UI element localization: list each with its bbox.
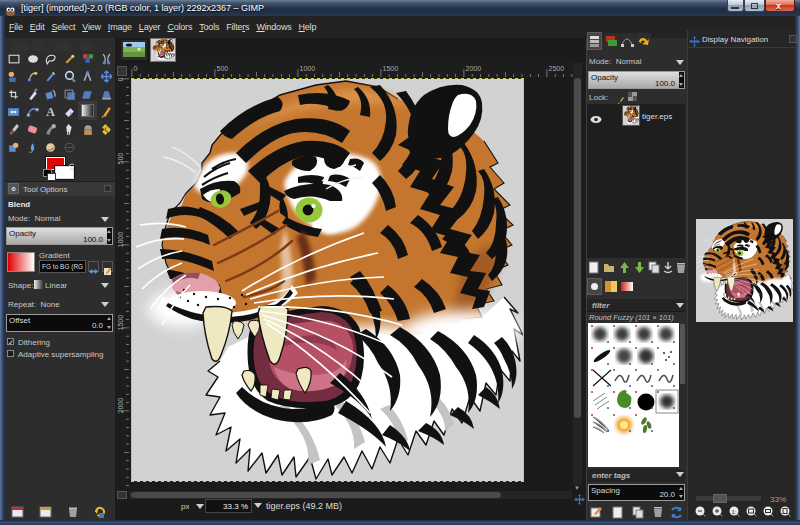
svg-text:2500: 2500	[549, 65, 565, 72]
svg-text:1000: 1000	[300, 65, 316, 72]
svg-text:1:: 1:	[732, 509, 737, 515]
svg-text:0: 0	[117, 78, 124, 82]
svg-text:1000: 1000	[117, 232, 124, 248]
svg-text:500: 500	[117, 153, 124, 165]
svg-text:1500: 1500	[383, 65, 399, 72]
svg-text:1500: 1500	[117, 315, 124, 331]
svg-text:0: 0	[134, 65, 138, 72]
svg-text:A: A	[46, 105, 55, 118]
svg-text:2000: 2000	[466, 65, 482, 72]
svg-text:2000: 2000	[117, 398, 124, 414]
svg-text:500: 500	[217, 65, 229, 72]
